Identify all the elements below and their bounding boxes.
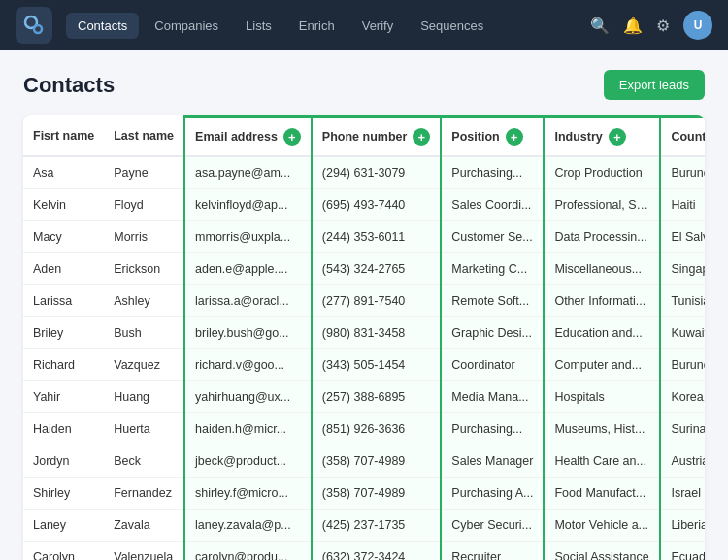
cell-email: larissa.a@oracl... bbox=[184, 285, 312, 317]
cell-last: Huerta bbox=[104, 413, 184, 445]
table-row[interactable]: JordynBeckjbeck@product...(358) 707-4989… bbox=[23, 445, 705, 478]
cell-position: Graphic Desi... bbox=[441, 317, 544, 349]
nav-lists[interactable]: Lists bbox=[234, 13, 283, 39]
add-position-col-button[interactable]: + bbox=[506, 128, 523, 146]
cell-email: carolyn@produ... bbox=[184, 542, 312, 561]
cell-phone: (358) 707-4989 bbox=[312, 478, 442, 510]
cell-last: Fernandez bbox=[104, 478, 184, 510]
table-row[interactable]: AdenEricksonaden.e@apple....(543) 324-27… bbox=[23, 253, 705, 285]
cell-phone: (425) 237-1735 bbox=[312, 510, 442, 542]
cell-email: yahirhuang@ux... bbox=[184, 381, 312, 413]
cell-first: Shirley bbox=[23, 478, 104, 510]
table-row[interactable]: LaneyZavalalaney.zavala@p...(425) 237-17… bbox=[23, 510, 705, 542]
cell-email: mmorris@uxpla... bbox=[184, 221, 312, 253]
cell-email: asa.payne@am... bbox=[184, 156, 312, 189]
cell-country: Liberia bbox=[660, 510, 705, 542]
cell-phone: (632) 372-3424 bbox=[312, 542, 442, 561]
table-row[interactable]: ShirleyFernandezshirley.f@micro...(358) … bbox=[23, 478, 705, 510]
table-row[interactable]: YahirHuangyahirhuang@ux...(257) 388-6895… bbox=[23, 381, 705, 413]
nav-sequences[interactable]: Sequences bbox=[409, 13, 495, 39]
cell-phone: (543) 324-2765 bbox=[312, 253, 442, 285]
table-row[interactable]: RichardVazquezrichard.v@goo...(343) 505-… bbox=[23, 349, 705, 381]
cell-phone: (358) 707-4989 bbox=[312, 445, 442, 478]
cell-first: Yahir bbox=[23, 381, 104, 413]
cell-position: Marketing C... bbox=[441, 253, 544, 285]
cell-phone: (343) 505-1454 bbox=[312, 349, 442, 381]
cell-industry: Motor Vehicle a... bbox=[544, 510, 660, 542]
cell-industry: Computer and... bbox=[544, 349, 660, 381]
cell-last: Huang bbox=[104, 381, 184, 413]
cell-phone: (257) 388-6895 bbox=[312, 381, 442, 413]
cell-email: shirley.f@micro... bbox=[184, 478, 312, 510]
contacts-table-wrapper: Fisrt name Last name Email address + bbox=[23, 115, 705, 560]
table-row[interactable]: LarissaAshleylarissa.a@oracl...(277) 891… bbox=[23, 285, 705, 317]
cell-position: Customer Se... bbox=[441, 221, 544, 253]
page-content: Contacts Export leads Fisrt name Last na… bbox=[0, 50, 728, 560]
cell-first: Richard bbox=[23, 349, 104, 381]
bell-icon[interactable]: 🔔 bbox=[623, 16, 643, 35]
page-header: Contacts Export leads bbox=[23, 70, 705, 100]
cell-email: jbeck@product... bbox=[184, 445, 312, 478]
cell-position: Cyber Securi... bbox=[441, 510, 544, 542]
cell-last: Floyd bbox=[104, 189, 184, 221]
cell-country: Austria bbox=[660, 445, 705, 478]
cell-last: Payne bbox=[104, 156, 184, 189]
cell-position: Sales Coordi... bbox=[441, 189, 544, 221]
cell-industry: Museums, Hist... bbox=[544, 413, 660, 445]
cell-last: Bush bbox=[104, 317, 184, 349]
col-position: Position + bbox=[441, 117, 544, 157]
add-industry-col-button[interactable]: + bbox=[609, 128, 626, 146]
col-first-name: Fisrt name bbox=[23, 117, 104, 157]
cell-first: Asa bbox=[23, 156, 104, 189]
table-row[interactable]: CarolynValenzuelacarolyn@produ...(632) 3… bbox=[23, 542, 705, 561]
cell-country: Korea, North bbox=[660, 381, 705, 413]
cell-industry: Education and... bbox=[544, 317, 660, 349]
search-icon[interactable]: 🔍 bbox=[590, 16, 610, 35]
cell-last: Erickson bbox=[104, 253, 184, 285]
cell-industry: Miscellaneous... bbox=[544, 253, 660, 285]
cell-email: laney.zavala@p... bbox=[184, 510, 312, 542]
cell-industry: Professional, Sc... bbox=[544, 189, 660, 221]
cell-first: Haiden bbox=[23, 413, 104, 445]
cell-first: Kelvin bbox=[23, 189, 104, 221]
gear-icon[interactable]: ⚙ bbox=[656, 16, 670, 35]
cell-phone: (695) 493-7440 bbox=[312, 189, 442, 221]
table-header-row: Fisrt name Last name Email address + bbox=[23, 117, 705, 157]
table-row[interactable]: KelvinFloydkelvinfloyd@ap...(695) 493-74… bbox=[23, 189, 705, 221]
add-email-col-button[interactable]: + bbox=[283, 128, 301, 146]
table-row[interactable]: AsaPayneasa.payne@am...(294) 631-3079Pur… bbox=[23, 156, 705, 189]
cell-country: Kuwait bbox=[660, 317, 705, 349]
add-phone-col-button[interactable]: + bbox=[413, 128, 430, 146]
col-country: Country + bbox=[660, 117, 705, 157]
cell-email: kelvinfloyd@ap... bbox=[184, 189, 312, 221]
table-row[interactable]: HaidenHuertahaiden.h@micr...(851) 926-36… bbox=[23, 413, 705, 445]
cell-industry: Health Care an... bbox=[544, 445, 660, 478]
cell-position: Purchasing... bbox=[441, 156, 544, 189]
nav-companies[interactable]: Companies bbox=[143, 13, 230, 39]
contacts-table: Fisrt name Last name Email address + bbox=[23, 115, 705, 560]
cell-first: Jordyn bbox=[23, 445, 104, 478]
col-last-name: Last name bbox=[104, 117, 184, 157]
table-row[interactable]: MacyMorrismmorris@uxpla...(244) 353-6011… bbox=[23, 221, 705, 253]
cell-position: Remote Soft... bbox=[441, 285, 544, 317]
table-body: AsaPayneasa.payne@am...(294) 631-3079Pur… bbox=[23, 156, 705, 560]
cell-country: Ecuador bbox=[660, 542, 705, 561]
topbar-actions: 🔍 🔔 ⚙ U bbox=[590, 11, 712, 40]
nav-verify[interactable]: Verify bbox=[350, 13, 406, 39]
cell-first: Aden bbox=[23, 253, 104, 285]
cell-country: Burundi bbox=[660, 349, 705, 381]
cell-first: Briley bbox=[23, 317, 104, 349]
cell-first: Carolyn bbox=[23, 542, 104, 561]
nav-enrich[interactable]: Enrich bbox=[287, 13, 347, 39]
cell-position: Media Mana... bbox=[441, 381, 544, 413]
cell-first: Larissa bbox=[23, 285, 104, 317]
cell-phone: (294) 631-3079 bbox=[312, 156, 442, 189]
export-leads-button[interactable]: Export leads bbox=[604, 70, 705, 100]
nav-contacts[interactable]: Contacts bbox=[66, 13, 139, 39]
cell-industry: Hospitals bbox=[544, 381, 660, 413]
cell-last: Morris bbox=[104, 221, 184, 253]
avatar[interactable]: U bbox=[683, 11, 712, 40]
logo[interactable] bbox=[16, 7, 52, 44]
table-row[interactable]: BrileyBushbriley.bush@go...(980) 831-345… bbox=[23, 317, 705, 349]
cell-position: Coordinator bbox=[441, 349, 544, 381]
